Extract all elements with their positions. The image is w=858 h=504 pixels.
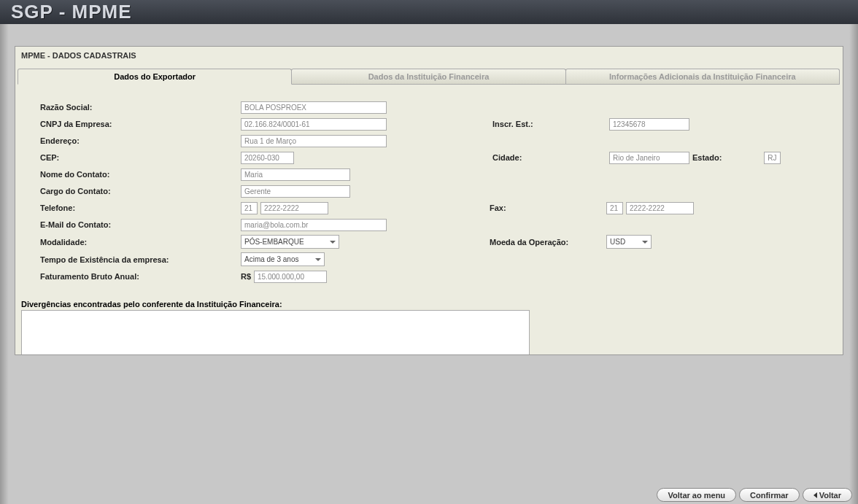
section-title: MPME - DADOS CADASTRAIS bbox=[15, 47, 843, 69]
chevron-down-icon bbox=[642, 241, 648, 244]
label-inscr-est: Inscr. Est.: bbox=[492, 120, 609, 128]
voltar-menu-label: Voltar ao menu bbox=[668, 491, 725, 500]
tempo-exist-select[interactable]: Acima de 3 anos bbox=[241, 252, 325, 266]
endereco-field[interactable] bbox=[241, 135, 387, 147]
tab-dados-exportador[interactable]: Dados do Exportador bbox=[18, 69, 292, 85]
estado-field[interactable] bbox=[764, 152, 781, 164]
footer-buttons: Voltar ao menu Confirmar Voltar bbox=[657, 488, 852, 502]
label-razao-social: Razão Social: bbox=[40, 103, 241, 112]
fax-num-field[interactable] bbox=[626, 202, 694, 214]
moeda-select[interactable]: USD bbox=[606, 235, 652, 249]
app-header: SGP - MPME bbox=[0, 0, 858, 24]
voltar-label: Voltar bbox=[819, 491, 841, 500]
modalidade-select[interactable]: PÓS-EMBARQUE bbox=[241, 235, 339, 249]
email-field[interactable] bbox=[241, 219, 387, 231]
tel-num-field[interactable] bbox=[260, 202, 328, 214]
cargo-contato-field[interactable] bbox=[241, 185, 350, 198]
cep-field[interactable] bbox=[241, 152, 294, 164]
label-fat-bruto: Faturamento Bruto Anual: bbox=[40, 272, 241, 281]
tab-dados-instituicao[interactable]: Dados da Instituição Financeira bbox=[291, 69, 565, 84]
label-email: E-Mail do Contato: bbox=[40, 220, 241, 229]
nome-contato-field[interactable] bbox=[241, 168, 350, 181]
chevron-down-icon bbox=[315, 258, 321, 261]
chevron-down-icon bbox=[330, 241, 336, 244]
tel-ddd-field[interactable] bbox=[241, 202, 258, 214]
moeda-value: USD bbox=[610, 238, 638, 246]
label-cnpj: CNPJ da Empresa: bbox=[40, 120, 241, 128]
label-cargo-contato: Cargo do Contato: bbox=[40, 187, 241, 195]
cidade-field[interactable] bbox=[609, 152, 689, 164]
voltar-menu-button[interactable]: Voltar ao menu bbox=[657, 488, 736, 502]
label-moeda: Moeda da Operação: bbox=[490, 238, 606, 247]
fax-ddd-field[interactable] bbox=[606, 202, 623, 214]
form-area: Razão Social: CNPJ da Empresa: Inscr. Es… bbox=[18, 85, 840, 294]
label-divergencias: Divergências encontradas pelo conferente… bbox=[18, 294, 840, 310]
outer-frame: MPME - DADOS CADASTRAIS Dados do Exporta… bbox=[0, 46, 858, 355]
cnpj-field[interactable] bbox=[241, 118, 387, 131]
inscr-est-field[interactable] bbox=[609, 118, 689, 131]
label-nome-contato: Nome do Contato: bbox=[40, 170, 241, 179]
label-cidade: Cidade: bbox=[492, 153, 609, 162]
main-panel: MPME - DADOS CADASTRAIS Dados do Exporta… bbox=[15, 46, 843, 355]
tab-info-adic-instituicao[interactable]: Informações Adicionais da Instituição Fi… bbox=[565, 69, 840, 84]
label-telefone: Telefone: bbox=[40, 203, 241, 212]
fat-bruto-field[interactable] bbox=[254, 271, 327, 283]
razao-social-field[interactable] bbox=[241, 101, 387, 114]
divergencias-textarea[interactable] bbox=[21, 310, 530, 354]
confirmar-label: Confirmar bbox=[750, 491, 789, 500]
voltar-button[interactable]: Voltar bbox=[803, 488, 852, 502]
label-estado: Estado: bbox=[692, 153, 726, 162]
confirmar-button[interactable]: Confirmar bbox=[739, 488, 800, 502]
back-arrow-icon bbox=[813, 492, 817, 498]
tempo-exist-value: Acima de 3 anos bbox=[244, 255, 311, 263]
label-tempo-exist: Tempo de Existência da empresa: bbox=[40, 255, 241, 264]
app-title: SGP - MPME bbox=[11, 1, 132, 23]
label-fax: Fax: bbox=[490, 203, 606, 212]
modalidade-value: PÓS-EMBARQUE bbox=[244, 238, 325, 246]
label-cep: CEP: bbox=[40, 153, 241, 162]
label-modalidade: Modalidade: bbox=[40, 238, 241, 247]
rs-prefix: R$ bbox=[241, 272, 254, 281]
tab-content-scroll[interactable]: Razão Social: CNPJ da Empresa: Inscr. Es… bbox=[18, 85, 840, 354]
label-endereco: Endereço: bbox=[40, 136, 241, 145]
tabs: Dados do Exportador Dados da Instituição… bbox=[18, 69, 840, 85]
